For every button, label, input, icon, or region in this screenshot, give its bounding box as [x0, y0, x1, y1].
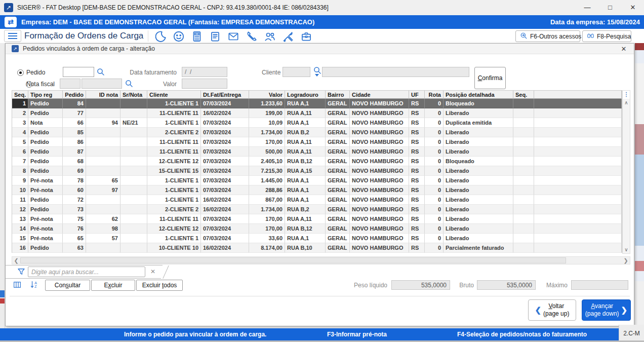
- search-input[interactable]: [28, 267, 145, 277]
- column-header[interactable]: ID nota: [86, 90, 120, 99]
- excluir-todos-button[interactable]: Excluir todos: [136, 280, 183, 291]
- column-header[interactable]: Cliente: [147, 90, 201, 99]
- dialog-close-icon[interactable]: ✕: [619, 44, 629, 54]
- users-icon[interactable]: [263, 30, 276, 43]
- table-cell: Pré-nota: [28, 176, 63, 185]
- avancar-page-down-button[interactable]: Avançar (page down) ❯: [582, 299, 631, 321]
- table-row[interactable]: 11Pedido721-CLIENTE 116/02/2024867,00RUA…: [12, 195, 622, 205]
- table-cell: GERAL: [326, 108, 350, 118]
- table-cell: [513, 195, 534, 205]
- table-cell: RUA B,10: [285, 243, 326, 253]
- column-header[interactable]: Seq.: [513, 90, 534, 99]
- table-cell: Liberado: [444, 185, 513, 195]
- pedido-input[interactable]: [63, 67, 94, 77]
- minimize-icon[interactable]: —: [576, 0, 598, 15]
- filter-funnel-icon[interactable]: [17, 267, 26, 278]
- sort-az-icon[interactable]: AZ: [29, 280, 39, 291]
- table-row[interactable]: 4Pedido852-CLIENTE 207/03/20241.734,00RU…: [12, 128, 622, 137]
- column-chooser-icon[interactable]: [13, 280, 22, 291]
- moon-icon[interactable]: [154, 30, 167, 43]
- table-cell: 10: [12, 185, 28, 195]
- f8-pesquisa-button[interactable]: F8-Pesquisa: [582, 30, 631, 42]
- module-title: Formação de Ordens de Carga: [24, 29, 143, 43]
- table-row[interactable]: 8Pedido6915-CLIENTE 1507/03/20247.215,30…: [12, 166, 622, 176]
- column-header[interactable]: Cidade: [350, 90, 409, 99]
- phone-icon[interactable]: [245, 30, 258, 43]
- column-header[interactable]: Logradouro: [285, 90, 326, 99]
- cliente-dropdown-caret-icon[interactable]: [315, 74, 319, 77]
- status-hint: Informe o pedido para vincular à ordem d…: [124, 328, 266, 340]
- column-header[interactable]: Posição detalhada: [444, 90, 513, 99]
- column-header[interactable]: Sr/Nota: [120, 90, 147, 99]
- table-row[interactable]: 10Pré-nota60971-CLIENTE 107/03/2024288,8…: [12, 185, 622, 195]
- table-cell: 07/03/2024: [201, 137, 249, 147]
- table-row[interactable]: 1Pedido841-CLIENTE 107/03/20241.233,60RU…: [12, 99, 622, 108]
- scroll-right-icon[interactable]: ❯: [622, 257, 630, 264]
- scroll-down-icon[interactable]: ∨: [623, 246, 630, 253]
- radio-pedido[interactable]: [17, 69, 24, 76]
- grid-options-icon[interactable]: ⋮: [623, 91, 630, 99]
- column-header[interactable]: Dt.Fat/Entrega: [201, 90, 249, 99]
- column-header[interactable]: Seq.: [12, 90, 28, 99]
- close-icon[interactable]: ✕: [622, 0, 644, 15]
- table-cell: GERAL: [326, 147, 350, 157]
- vertical-scrollbar[interactable]: ⋮ ∧ ∨: [622, 90, 630, 254]
- table-cell: GERAL: [326, 234, 350, 243]
- table-row[interactable]: 14Pré-nota769812-CLIENTE 1207/03/2024170…: [12, 224, 622, 234]
- notepad-icon[interactable]: [209, 30, 222, 43]
- chat-face-icon[interactable]: [172, 30, 185, 43]
- table-cell: 1-CLIENTE 1: [147, 99, 201, 108]
- briefcase-icon[interactable]: [300, 30, 313, 43]
- column-header[interactable]: Rota: [425, 90, 444, 99]
- table-cell: 57: [86, 234, 120, 243]
- column-header[interactable]: UF: [409, 90, 425, 99]
- confirma-button[interactable]: Confirma: [474, 67, 506, 89]
- table-row[interactable]: 3Nota6694NE/211-CLIENTE 107/03/202410,09…: [12, 118, 622, 128]
- table-row[interactable]: 12Pedido732-CLIENTE 216/02/20241.734,00R…: [12, 205, 622, 214]
- table-row[interactable]: 16Pedido6310-CLIENTE 1016/02/20248.174,0…: [12, 243, 622, 253]
- consultar-button[interactable]: Consultar: [45, 280, 90, 291]
- switch-company-icon[interactable]: ⇄: [5, 17, 17, 27]
- table-cell: [513, 157, 534, 166]
- table-row[interactable]: 6Pedido8711-CLIENTE 1107/03/2024500,00RU…: [12, 147, 622, 157]
- table-cell: Pedido: [28, 195, 63, 205]
- table-cell: [534, 128, 622, 137]
- mail-icon[interactable]: [227, 30, 240, 43]
- table-row[interactable]: 9Pré-nota78651-CLIENTE 107/03/20241.445,…: [12, 176, 622, 185]
- table-row[interactable]: 7Pedido6812-CLIENTE 1207/03/20242.405,10…: [12, 157, 622, 166]
- table-cell: 0: [425, 214, 444, 224]
- table-cell: 13: [12, 214, 28, 224]
- menu-icon[interactable]: [4, 30, 21, 42]
- scroll-left-icon[interactable]: ❮: [12, 257, 20, 264]
- table-cell: RS: [409, 108, 425, 118]
- table-cell: 2.405,10: [249, 157, 285, 166]
- excluir-button[interactable]: Excluir: [91, 280, 135, 291]
- calculator-icon[interactable]: [190, 30, 204, 43]
- column-header[interactable]: Valor: [249, 90, 285, 99]
- table-cell: 3: [12, 118, 28, 128]
- table-cell: 12: [12, 205, 28, 214]
- dialog-titlebar: ↗ Pedidos vinculados à ordem de carga - …: [6, 44, 634, 54]
- table-cell: 0: [425, 108, 444, 118]
- voltar-page-up-button[interactable]: ❮ Voltar (page up): [528, 299, 576, 321]
- table-row[interactable]: 5Pedido8611-CLIENTE 1107/03/2024170,00RU…: [12, 137, 622, 147]
- column-header[interactable]: Pedido: [63, 90, 86, 99]
- tools-icon[interactable]: [281, 30, 295, 43]
- maximize-icon[interactable]: □: [599, 0, 621, 15]
- horizontal-scroll-thumb[interactable]: [20, 257, 566, 263]
- table-cell: NOVO HAMBURGO: [350, 243, 409, 253]
- table-cell: 11-CLIENTE 11: [147, 214, 201, 224]
- svg-text:Z: Z: [34, 285, 37, 289]
- table-cell: Pedido: [28, 243, 63, 253]
- table-row[interactable]: 13Pré-nota756211-CLIENTE 1107/03/2024170…: [12, 214, 622, 224]
- scroll-up-icon[interactable]: ∧: [623, 99, 630, 106]
- f6-outros-acessos-button[interactable]: F6-Outros acessos: [515, 30, 580, 42]
- search-clear-icon[interactable]: ✕: [149, 267, 157, 277]
- column-header[interactable]: Bairro: [326, 90, 350, 99]
- column-header[interactable]: Tipo reg: [28, 90, 63, 99]
- table-cell: RUA B,2: [285, 128, 326, 137]
- horizontal-scrollbar[interactable]: ❮ ❯: [12, 256, 630, 264]
- table-row[interactable]: 15Pré-nota65571-CLIENTE 107/03/202433,60…: [12, 234, 622, 243]
- table-row[interactable]: 2Pedido7711-CLIENTE 1116/02/2024199,00RU…: [12, 108, 622, 118]
- main-toolbar: Formação de Ordens de Carga F6-Outros ac…: [0, 29, 644, 43]
